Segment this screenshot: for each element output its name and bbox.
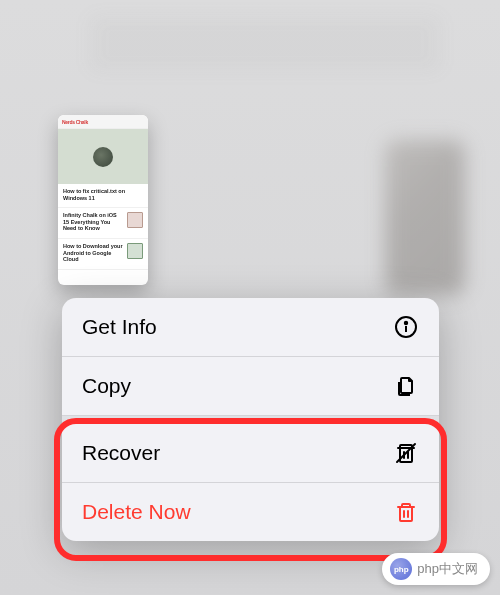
menu-item-copy[interactable]: Copy: [62, 357, 439, 416]
thumbnail-article: How to fix critical.txt on Windows 11: [58, 184, 148, 208]
trash-icon: [393, 499, 419, 525]
thumbnail-hero: [58, 129, 148, 184]
thumbnail-article-image: [127, 243, 143, 259]
menu-item-get-info[interactable]: Get Info: [62, 298, 439, 357]
menu-item-label: Get Info: [82, 315, 157, 339]
thumbnail-logo: Nerds Chalk: [62, 119, 88, 125]
menu-item-label: Delete Now: [82, 500, 191, 524]
thumbnail-article-image: [127, 212, 143, 228]
thumbnail-article: Infinity Chalk on iOS 15 Everything You …: [58, 208, 148, 239]
svg-point-1: [405, 322, 407, 324]
thumbnail-article: How to Download your Android to Google C…: [58, 239, 148, 270]
menu-item-label: Copy: [82, 374, 131, 398]
menu-item-delete-now[interactable]: Delete Now: [62, 483, 439, 541]
context-menu: Get Info Copy Recover: [62, 298, 439, 541]
menu-item-recover[interactable]: Recover: [62, 424, 439, 483]
menu-separator: [62, 416, 439, 424]
info-icon: [393, 314, 419, 340]
thumbnail-header: Nerds Chalk: [58, 115, 148, 129]
watermark-text: php中文网: [417, 560, 478, 578]
copy-icon: [393, 373, 419, 399]
watermark: php php中文网: [382, 553, 490, 585]
recover-icon: [393, 440, 419, 466]
watermark-logo-icon: php: [390, 558, 412, 580]
menu-item-label: Recover: [82, 441, 160, 465]
file-thumbnail[interactable]: Nerds Chalk How to fix critical.txt on W…: [58, 115, 148, 285]
